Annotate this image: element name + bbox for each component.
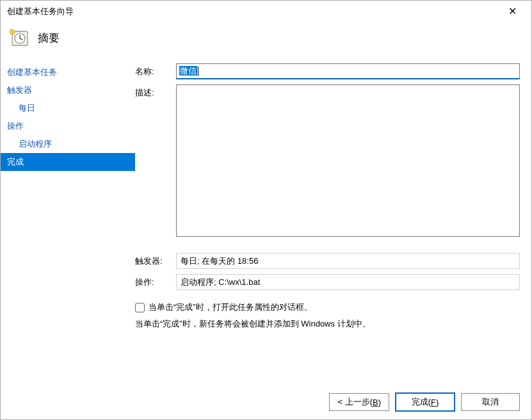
- window-title: 创建基本任务向导: [7, 6, 74, 17]
- name-label: 名称:: [135, 63, 176, 77]
- name-input[interactable]: 微信: [176, 63, 520, 79]
- cancel-button[interactable]: 取消: [461, 393, 520, 411]
- open-properties-checkbox[interactable]: [135, 303, 145, 312]
- wizard-window: 创建基本任务向导 ✕ 摘要 创建基本任务 触发器 每日 操作 启动程序 完成 名: [0, 0, 532, 420]
- sidebar-item-create-task[interactable]: 创建基本任务: [1, 63, 135, 81]
- sidebar-item-trigger[interactable]: 触发器: [1, 81, 135, 99]
- description-label: 描述:: [135, 85, 176, 99]
- action-label: 操作:: [135, 274, 176, 288]
- close-icon[interactable]: ✕: [499, 2, 525, 21]
- description-input[interactable]: [176, 85, 520, 237]
- finish-button[interactable]: 完成(F): [396, 393, 455, 411]
- trigger-value: 每日; 在每天的 18:56: [176, 253, 520, 269]
- finish-note: 当单击“完成”时，新任务将会被创建并添加到 Windows 计划中。: [135, 318, 520, 330]
- sidebar-item-start-program[interactable]: 启动程序: [1, 135, 135, 153]
- wizard-icon: [10, 28, 30, 48]
- footer-buttons: < 上一步(B) 完成(F) 取消: [1, 385, 531, 419]
- action-value: 启动程序; C:\wx\1.bat: [176, 274, 520, 290]
- summary-form: 名称: 微信 描述: 触发器: 每日; 在每天的 18:56 操作:: [135, 60, 531, 385]
- trigger-label: 触发器:: [135, 253, 176, 267]
- open-properties-label[interactable]: 当单击“完成”时，打开此任务属性的对话框。: [149, 302, 312, 313]
- sidebar: 创建基本任务 触发器 每日 操作 启动程序 完成: [1, 60, 135, 385]
- wizard-body: 创建基本任务 触发器 每日 操作 启动程序 完成 名称: 微信 描述:: [1, 60, 531, 385]
- back-button[interactable]: < 上一步(B): [329, 393, 389, 411]
- wizard-header: 摘要: [1, 22, 531, 60]
- sidebar-item-daily[interactable]: 每日: [1, 99, 135, 117]
- page-title: 摘要: [38, 31, 60, 45]
- sidebar-item-action[interactable]: 操作: [1, 117, 135, 135]
- sidebar-item-finish[interactable]: 完成: [1, 153, 135, 171]
- titlebar: 创建基本任务向导 ✕: [1, 1, 531, 22]
